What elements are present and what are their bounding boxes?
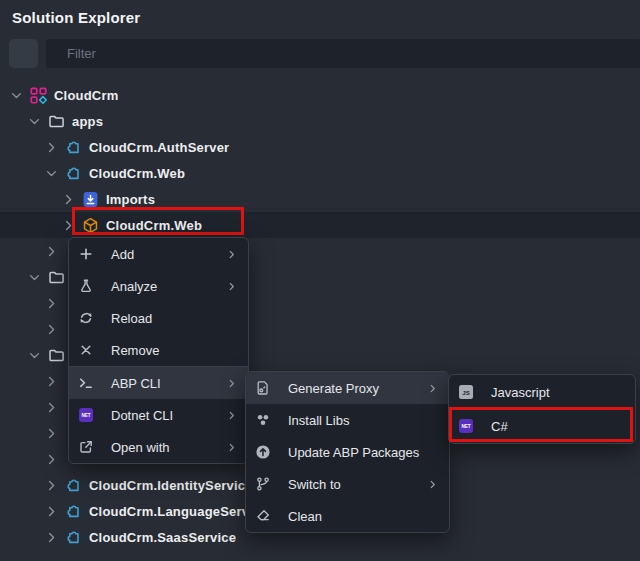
update-icon <box>254 444 272 460</box>
module-puzzle-icon <box>65 529 82 546</box>
abp-solution-icon <box>30 87 47 104</box>
menu-item-label: Reload <box>111 311 238 326</box>
menu-item-label: Analyze <box>111 279 225 294</box>
menu-item-abp-cli[interactable]: ABP CLI <box>69 367 248 399</box>
tree-item-label: CloudCrm <box>54 88 118 103</box>
chevron-right-icon[interactable] <box>43 425 59 441</box>
menu-item-clean[interactable]: Clean <box>246 500 449 532</box>
menu-item-label: Install Libs <box>288 413 439 428</box>
folder-icon <box>48 269 65 286</box>
submenu-chevron-icon <box>225 377 238 390</box>
tree-item-label: CloudCrm.IdentityService <box>89 478 253 493</box>
menu-item-label: Switch to <box>288 477 426 492</box>
svg-text:NET: NET <box>81 413 90 418</box>
package-cube-icon <box>82 217 99 234</box>
submenu-chevron-icon <box>225 409 238 422</box>
dotnet-badge-icon: NET <box>457 418 475 434</box>
tree-item-cloudcrm-authserver[interactable]: CloudCrm.AuthServer <box>0 134 640 160</box>
menu-item-install-libs[interactable]: Install Libs <box>246 404 449 436</box>
tree-item-cloudcrm-web[interactable]: CloudCrm.Web <box>0 212 640 238</box>
menu-item-label: Open with <box>111 440 225 455</box>
menu-item-update-abp-packages[interactable]: Update ABP Packages <box>246 436 449 468</box>
menu-item-dotnet-cli[interactable]: NETDotnet CLI <box>69 399 248 431</box>
folder-icon <box>48 347 65 364</box>
submenu-chevron-icon <box>225 248 238 261</box>
js-badge-icon: JS <box>457 384 475 400</box>
menu-item-label: Add <box>111 247 225 262</box>
tree-item-label: CloudCrm.Web <box>89 166 185 181</box>
tree-item-cloudcrm-web[interactable]: CloudCrm.Web <box>0 160 640 186</box>
tree-item-label: CloudCrm.Web <box>106 218 202 233</box>
menu-item-open-with[interactable]: Open with <box>69 431 248 463</box>
menu-item-label: C# <box>491 419 625 434</box>
chevron-right-icon[interactable] <box>43 503 59 519</box>
chevron-down-icon[interactable] <box>8 87 24 103</box>
tree-item-label: CloudCrm.AuthServer <box>89 140 229 155</box>
chevron-right-icon[interactable] <box>43 373 59 389</box>
chevron-down-icon[interactable] <box>26 113 42 129</box>
menu-item-label: Remove <box>111 343 238 358</box>
dotnet-badge-icon: NET <box>77 407 95 423</box>
menu-item-label: Javascript <box>491 385 625 400</box>
tree-item-label: CloudCrm.SaasService <box>89 530 236 545</box>
chevron-down-icon[interactable] <box>26 347 42 363</box>
solution-explorer-panel: Solution Explorer CloudCrmappsCloudCrm.A… <box>0 0 640 561</box>
context-menu: AddAnalyzeReloadRemoveABP CLINETDotnet C… <box>68 237 249 464</box>
branch-icon <box>254 476 272 492</box>
menu-item-label: ABP CLI <box>111 376 225 391</box>
open-external-icon <box>77 439 95 455</box>
imports-icon <box>82 191 99 208</box>
terminal-icon <box>77 375 95 391</box>
menu-item-switch-to[interactable]: Switch to <box>246 468 449 500</box>
tree-item-imports[interactable]: Imports <box>0 186 640 212</box>
menu-item-label: Generate Proxy <box>288 381 426 396</box>
menu-item-c[interactable]: NETC# <box>449 409 635 443</box>
menu-item-generate-proxy[interactable]: Generate Proxy <box>246 372 449 404</box>
submenu-chevron-icon <box>426 478 439 491</box>
menu-item-label: Update ABP Packages <box>288 445 439 460</box>
plus-icon <box>77 246 95 262</box>
module-puzzle-icon <box>65 477 82 494</box>
chevron-right-icon[interactable] <box>43 321 59 337</box>
menu-item-reload[interactable]: Reload <box>69 302 248 334</box>
chevron-right-icon[interactable] <box>43 399 59 415</box>
chevron-right-icon[interactable] <box>60 217 76 233</box>
chevron-right-icon[interactable] <box>43 243 59 259</box>
flask-icon <box>77 278 95 294</box>
menu-item-analyze[interactable]: Analyze <box>69 270 248 302</box>
submenu-chevron-icon <box>225 280 238 293</box>
module-puzzle-icon <box>65 165 82 182</box>
generate-proxy-submenu: JSJavascriptNETC# <box>448 374 636 444</box>
menu-item-javascript[interactable]: JSJavascript <box>449 375 635 409</box>
tree-item-apps[interactable]: apps <box>0 108 640 134</box>
tree-item-cloudcrm[interactable]: CloudCrm <box>0 82 640 108</box>
module-puzzle-icon <box>65 503 82 520</box>
libs-icon <box>254 412 272 428</box>
menu-item-add[interactable]: Add <box>69 238 248 270</box>
folder-icon <box>48 113 65 130</box>
chevron-right-icon[interactable] <box>43 295 59 311</box>
tree-item-label: apps <box>72 114 103 129</box>
tree-item-label: Imports <box>106 192 155 207</box>
eraser-icon <box>254 508 272 524</box>
module-puzzle-icon <box>65 139 82 156</box>
svg-text:NET: NET <box>461 424 470 429</box>
chevron-down-icon[interactable] <box>26 269 42 285</box>
menu-item-label: Clean <box>288 509 439 524</box>
close-icon <box>77 342 95 358</box>
chevron-right-icon[interactable] <box>43 139 59 155</box>
chevron-right-icon[interactable] <box>43 451 59 467</box>
submenu-chevron-icon <box>225 441 238 454</box>
tree-item-label: CloudCrm.LanguageService <box>89 504 268 519</box>
menu-item-label: Dotnet CLI <box>111 408 225 423</box>
file-proxy-icon <box>254 380 272 396</box>
reload-icon <box>77 310 95 326</box>
svg-text:JS: JS <box>462 389 470 396</box>
chevron-right-icon[interactable] <box>43 477 59 493</box>
submenu-chevron-icon <box>426 382 439 395</box>
chevron-right-icon[interactable] <box>60 191 76 207</box>
menu-item-remove[interactable]: Remove <box>69 334 248 366</box>
abp-cli-submenu: Generate ProxyInstall LibsUpdate ABP Pac… <box>245 371 450 533</box>
chevron-down-icon[interactable] <box>43 165 59 181</box>
chevron-right-icon[interactable] <box>43 529 59 545</box>
